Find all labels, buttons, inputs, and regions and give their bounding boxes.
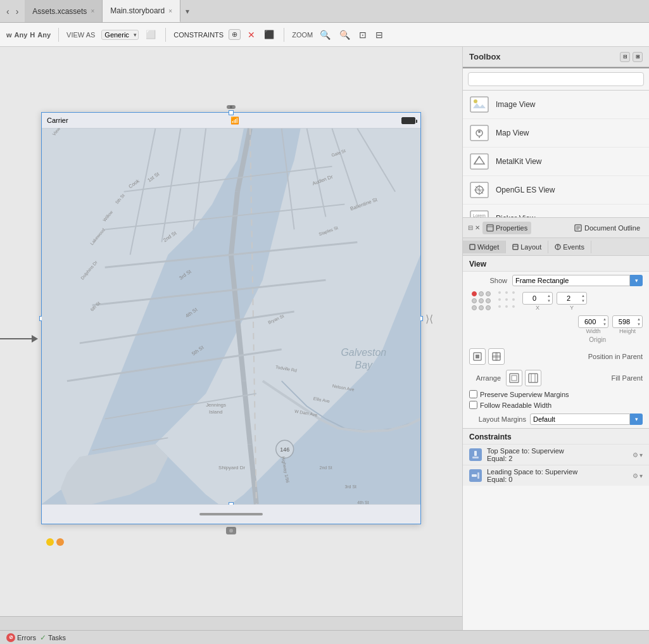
- layout-margins-select[interactable]: Default: [530, 414, 630, 425]
- origin-dot-tl[interactable]: [472, 291, 477, 296]
- doc-outline-tab[interactable]: Document Outline: [570, 222, 644, 234]
- show-select-arrow[interactable]: ▾: [630, 275, 643, 286]
- gear-icon-1: ⚙: [633, 451, 638, 458]
- arrange-icon-1[interactable]: [506, 370, 522, 386]
- origin-dot-ml[interactable]: [472, 298, 477, 303]
- x-input-wrapper: 0 ▲ ▼: [522, 292, 553, 305]
- constraints-add-button[interactable]: ⊕: [229, 29, 241, 40]
- layout-margins-arrow[interactable]: ▾: [630, 414, 643, 425]
- canvas-area: ⟩⟨ Carrier 📶: [0, 47, 462, 630]
- size-class-selector[interactable]: wAny HAny: [6, 31, 51, 39]
- constraint-icon-1-svg: [470, 450, 481, 460]
- toolbox-item-picker[interactable]: Lorem ipsum Picker View: [463, 205, 649, 217]
- width-step-down[interactable]: ▼: [602, 322, 608, 327]
- layout-tab-label: Layout: [520, 243, 541, 251]
- origin-dot-tr[interactable]: [486, 291, 491, 296]
- origin-grid-container: [469, 291, 495, 312]
- arrange-icon-1-svg: [509, 373, 519, 383]
- h-label: H: [30, 31, 35, 39]
- gear-icon-2: ⚙: [633, 472, 638, 479]
- follow-readable-row: Follow Readable Width: [463, 400, 649, 410]
- follow-readable-checkbox[interactable]: [469, 401, 477, 409]
- resize-handle-top[interactable]: [229, 110, 234, 115]
- right-panel: Toolbox ⊟ ⊞: [462, 47, 649, 630]
- position-icon-2[interactable]: [488, 348, 505, 365]
- height-step-down[interactable]: ▼: [636, 322, 642, 327]
- toolbox-item-metalkit[interactable]: MetalKit View: [463, 148, 649, 176]
- position-icon-1[interactable]: [469, 348, 486, 365]
- zoom-reset-button[interactable]: ⊟: [374, 28, 385, 41]
- svg-rect-117: [476, 355, 479, 358]
- properties-close[interactable]: ✕: [475, 224, 480, 231]
- tasks-button[interactable]: ✓ Tasks: [40, 633, 66, 642]
- toolbox-item-imageview[interactable]: Image View: [463, 91, 649, 119]
- y-step-up[interactable]: ▲: [580, 293, 586, 298]
- resize-handle-bottom[interactable]: [229, 502, 234, 505]
- constraint-gear-1[interactable]: ⚙ ▾: [633, 451, 643, 458]
- origin-dot-mc[interactable]: [479, 298, 484, 303]
- map-view[interactable]: 146 Galveston Bay Cook 1st St 2nd St 3rd…: [42, 128, 420, 505]
- toolbox-btn-2[interactable]: ⊞: [633, 52, 643, 62]
- constraints-align-button[interactable]: ⬛: [262, 28, 276, 41]
- position-icons: [469, 348, 505, 365]
- origin-dot-bc[interactable]: [479, 305, 484, 310]
- y-input-group: 2 ▲ ▼ Y: [557, 292, 587, 311]
- zoom-out-button[interactable]: 🔍: [337, 28, 352, 41]
- properties-tab[interactable]: Properties: [482, 222, 531, 234]
- device-icon-button[interactable]: ⬜: [144, 28, 158, 41]
- zoom-fit-button[interactable]: ⊡: [357, 28, 369, 41]
- constraints-remove-button[interactable]: ✕: [246, 28, 257, 41]
- toolbox-item-mapview[interactable]: Map View: [463, 119, 649, 148]
- x-input[interactable]: 0: [523, 294, 546, 302]
- height-input[interactable]: 598: [613, 318, 636, 325]
- svg-point-115: [557, 248, 558, 249]
- picker-view-icon: Lorem ipsum: [469, 208, 489, 217]
- toolbox-btn-1[interactable]: ⊟: [620, 52, 630, 62]
- tab-assets[interactable]: Assets.xcassets ×: [25, 0, 103, 22]
- x-step-down[interactable]: ▼: [546, 298, 552, 303]
- constraint-gear-2[interactable]: ⚙ ▾: [633, 472, 643, 479]
- layout-tab[interactable]: Layout: [506, 241, 548, 253]
- tab-storyboard-close[interactable]: ×: [168, 8, 172, 15]
- toolbox-item-opengl[interactable]: OpenGL ES View: [463, 176, 649, 205]
- mapview-label: Map View: [496, 129, 529, 137]
- layout-margins-label: Layout Margins: [469, 415, 526, 423]
- expand-handle[interactable]: ⟩⟨: [425, 312, 433, 324]
- origin-dot-tc[interactable]: [479, 291, 484, 296]
- x-step-up[interactable]: ▲: [546, 293, 552, 298]
- errors-button[interactable]: ⊘ Errors: [6, 633, 36, 642]
- y-input[interactable]: 2: [557, 294, 580, 302]
- width-input[interactable]: 600: [579, 318, 602, 325]
- y-step-down[interactable]: ▼: [580, 298, 586, 303]
- width-step-up[interactable]: ▲: [602, 317, 608, 322]
- properties-minimize[interactable]: ⊟: [468, 224, 473, 231]
- widget-tab[interactable]: Widget: [463, 241, 506, 253]
- opengl-label: OpenGL ES View: [496, 186, 555, 194]
- tab-overflow-button[interactable]: ▾: [183, 7, 192, 16]
- origin-dot-mr[interactable]: [486, 298, 491, 303]
- back-button[interactable]: ‹: [4, 5, 12, 18]
- opengl-view-icon: [469, 180, 489, 200]
- show-select[interactable]: Frame Rectangle: [512, 275, 630, 286]
- search-input[interactable]: [468, 72, 644, 86]
- origin-dot-bl[interactable]: [472, 305, 477, 310]
- forward-button[interactable]: ›: [13, 5, 22, 18]
- height-input-group: 598 ▲ ▼ Height: [612, 315, 643, 334]
- events-tab[interactable]: Events: [548, 241, 591, 253]
- w-label: w: [6, 31, 12, 39]
- tab-storyboard[interactable]: Main.storyboard ×: [103, 0, 180, 22]
- nav-buttons: ‹ ›: [0, 5, 25, 18]
- view-as-select[interactable]: Generic: [101, 30, 139, 40]
- zoom-in-button[interactable]: 🔍: [318, 28, 332, 41]
- origin-dot-br[interactable]: [486, 305, 491, 310]
- position-in-parent-row: Position in Parent: [463, 346, 649, 367]
- tab-assets-close[interactable]: ×: [91, 8, 94, 15]
- preserve-superview-checkbox[interactable]: [469, 390, 477, 398]
- arrange-icon-2[interactable]: [525, 370, 541, 386]
- svg-rect-121: [510, 374, 519, 382]
- svg-rect-128: [472, 457, 479, 458]
- svg-point-1: [230, 106, 232, 108]
- svg-text:4th St: 4th St: [357, 500, 369, 505]
- constraint2-target: Superview: [545, 468, 577, 476]
- height-step-up[interactable]: ▲: [636, 317, 642, 322]
